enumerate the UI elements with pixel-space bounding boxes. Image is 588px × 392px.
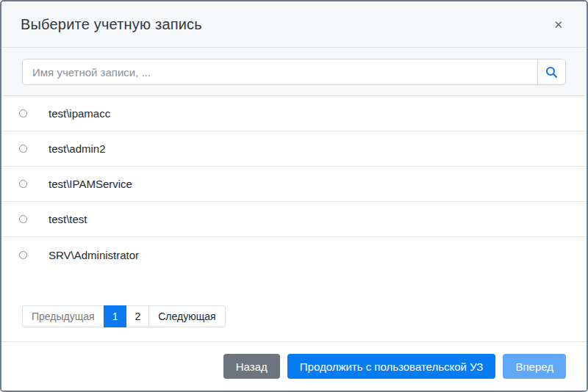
close-button[interactable]: ✕	[549, 15, 567, 35]
radio-button[interactable]	[19, 251, 27, 259]
back-button[interactable]: Назад	[223, 354, 280, 379]
search-input-group	[22, 59, 566, 85]
search-button[interactable]	[537, 59, 565, 84]
forward-button[interactable]: Вперед	[503, 354, 566, 379]
select-account-modal: Выберите учетную запись ✕ test\ipamacc	[0, 0, 588, 392]
account-row[interactable]: test\test	[1, 202, 587, 237]
continue-custom-account-button[interactable]: Продолжить с пользовательской УЗ	[287, 354, 496, 379]
account-row[interactable]: test\ipamacc	[1, 96, 587, 131]
close-icon: ✕	[553, 18, 563, 31]
account-row[interactable]: SRV\Administrator	[1, 237, 587, 272]
account-row[interactable]: test\admin2	[1, 131, 587, 167]
pagination-page-1[interactable]: 1	[104, 305, 127, 327]
pagination-previous[interactable]: Предыдущая	[22, 305, 104, 327]
search-input[interactable]	[23, 59, 537, 84]
radio-button[interactable]	[19, 109, 27, 117]
pagination: Предыдущая 1 2 Следующая	[22, 305, 587, 341]
account-row[interactable]: test\IPAMService	[1, 167, 587, 202]
pagination-page-2[interactable]: 2	[126, 305, 149, 327]
modal-footer: Назад Продолжить с пользовательской УЗ В…	[1, 341, 587, 391]
account-label: test\test	[49, 213, 87, 225]
pagination-next[interactable]: Следующая	[148, 305, 225, 327]
radio-button[interactable]	[19, 215, 27, 223]
radio-button[interactable]	[19, 145, 27, 153]
account-label: test\IPAMService	[49, 178, 132, 190]
search-icon	[545, 66, 558, 79]
search-section	[1, 48, 587, 96]
radio-button[interactable]	[19, 180, 27, 188]
account-list: test\ipamacc test\admin2 test\IPAMServic…	[1, 96, 587, 305]
modal-header: Выберите учетную запись ✕	[1, 1, 587, 48]
account-label: test\ipamacc	[49, 107, 110, 120]
modal-title: Выберите учетную запись	[21, 16, 202, 33]
account-label: SRV\Administrator	[49, 249, 139, 261]
account-label: test\admin2	[49, 142, 106, 155]
